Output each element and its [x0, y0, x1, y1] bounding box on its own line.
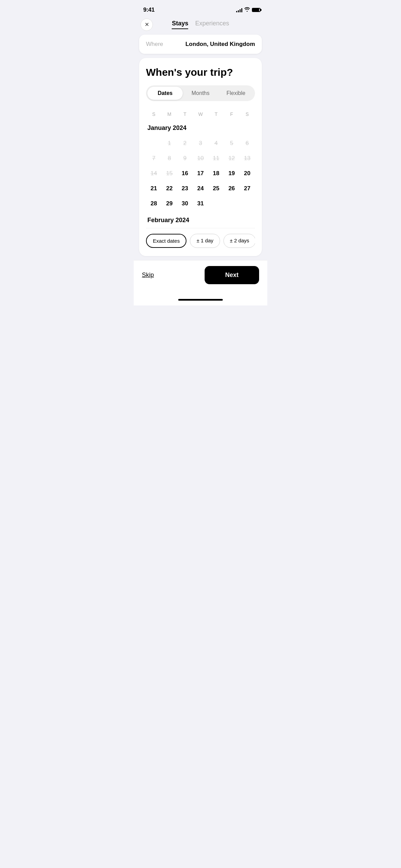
cal-day-jan-10: 10	[193, 151, 208, 166]
day-header-m: M	[161, 109, 177, 119]
cal-day-jan-22[interactable]: 22	[161, 181, 177, 196]
cal-day-jan-24[interactable]: 24	[193, 181, 208, 196]
header: ✕ Stays Experiences	[134, 17, 267, 35]
tab-dates[interactable]: Dates	[147, 87, 183, 100]
tab-flexible[interactable]: Flexible	[218, 87, 254, 100]
cal-day-jan-14: 14	[146, 166, 161, 181]
day-header-t2: T	[208, 109, 224, 119]
cal-day-jan-29[interactable]: 29	[161, 196, 177, 211]
cal-day-jan-12: 12	[224, 151, 239, 166]
day-header-t1: T	[177, 109, 193, 119]
where-value: London, United Kingdom	[185, 41, 255, 48]
where-section[interactable]: Where London, United Kingdom	[139, 35, 262, 54]
pill-2days[interactable]: ± 2 days	[223, 234, 255, 248]
battery-icon	[252, 8, 260, 12]
calendar-grid-january: 1 2 3 4 5 6 7 8 9 10 11 12 13 14 15 16 1…	[146, 136, 255, 211]
month-february-2024: February 2024	[147, 217, 255, 224]
day-header-s2: S	[240, 109, 255, 119]
cal-day-jan-18[interactable]: 18	[208, 166, 224, 181]
pill-exact-dates[interactable]: Exact dates	[146, 234, 186, 248]
cal-day-jan-31[interactable]: 31	[193, 196, 208, 211]
tab-months[interactable]: Months	[183, 87, 218, 100]
calendar-card: When's your trip? Dates Months Flexible …	[139, 58, 262, 256]
status-time: 9:41	[143, 7, 155, 13]
cal-day-jan-7: 7	[146, 151, 161, 166]
cal-day-jan-17[interactable]: 17	[193, 166, 208, 181]
calendar-day-headers: S M T W T F S	[146, 109, 255, 119]
close-icon: ✕	[145, 21, 149, 28]
pill-1day[interactable]: ± 1 day	[190, 234, 220, 248]
next-button[interactable]: Next	[205, 266, 259, 284]
where-label: Where	[146, 41, 163, 48]
wifi-icon	[244, 7, 250, 13]
cal-day-jan-9: 9	[177, 151, 193, 166]
cal-day-jan-4: 4	[208, 136, 224, 151]
cal-day-jan-6: 6	[240, 136, 255, 151]
date-type-tabs: Dates Months Flexible	[146, 85, 255, 101]
cal-day-jan-11: 11	[208, 151, 224, 166]
cal-day-jan-23[interactable]: 23	[177, 181, 193, 196]
cal-day-jan-8: 8	[161, 151, 177, 166]
cal-day-jan-15: 15	[161, 166, 177, 181]
date-filter-row: Exact dates ± 1 day ± 2 days ± 3 days	[146, 228, 255, 249]
bottom-bar: Skip Next	[134, 260, 267, 294]
cal-day-jan-30[interactable]: 30	[177, 196, 193, 211]
cal-day-jan-28[interactable]: 28	[146, 196, 161, 211]
cal-day-jan-21[interactable]: 21	[146, 181, 161, 196]
cal-day-jan-26[interactable]: 26	[224, 181, 239, 196]
home-bar	[178, 299, 223, 301]
home-indicator	[134, 294, 267, 305]
cal-day-jan-5: 5	[224, 136, 239, 151]
cal-day-jan-3: 3	[193, 136, 208, 151]
cal-day-jan-13: 13	[240, 151, 255, 166]
header-tabs: Stays Experiences	[172, 20, 229, 29]
skip-button[interactable]: Skip	[142, 272, 154, 279]
cal-day-jan-27[interactable]: 27	[240, 181, 255, 196]
day-header-w: W	[193, 109, 208, 119]
cal-day-jan-1: 1	[161, 136, 177, 151]
tab-experiences[interactable]: Experiences	[195, 20, 229, 29]
cal-day-jan-25[interactable]: 25	[208, 181, 224, 196]
cal-day-jan-2: 2	[177, 136, 193, 151]
day-header-s1: S	[146, 109, 161, 119]
status-icons	[236, 7, 260, 13]
cal-day-jan-19[interactable]: 19	[224, 166, 239, 181]
signal-icon	[236, 8, 242, 12]
month-january-2024: January 2024	[147, 124, 255, 132]
cal-day-jan-20[interactable]: 20	[240, 166, 255, 181]
close-button[interactable]: ✕	[141, 19, 153, 31]
when-title: When's your trip?	[146, 66, 255, 79]
cal-day-jan-16[interactable]: 16	[177, 166, 193, 181]
day-header-f: F	[224, 109, 239, 119]
status-bar: 9:41	[134, 0, 267, 17]
tab-stays[interactable]: Stays	[172, 20, 188, 29]
